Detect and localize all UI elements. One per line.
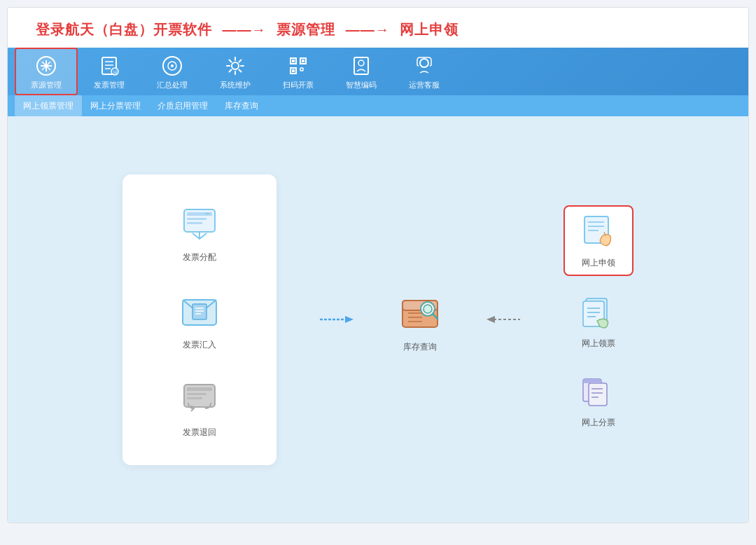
- right-column: 网上申领 网上领票: [564, 205, 634, 434]
- ticket-mgmt-icon: [35, 55, 57, 77]
- nav-item-invoice-mgmt[interactable]: 设 发票管理: [78, 48, 141, 95]
- nav-label-summary: 汇总处理: [157, 80, 188, 90]
- svg-point-48: [424, 305, 432, 313]
- nav-item-summary[interactable]: 汇总处理: [141, 48, 204, 95]
- customer-svc-icon: [413, 55, 435, 77]
- center-item-inventory[interactable]: 库存查询: [396, 287, 444, 353]
- nav-label-sys-maint: 系统维护: [220, 80, 251, 90]
- online-apply-icon: [579, 212, 618, 251]
- func-label-invoice-return: 发票退回: [183, 427, 216, 439]
- svg-marker-54: [486, 316, 495, 323]
- svg-point-26: [358, 60, 364, 66]
- svg-rect-20: [292, 69, 295, 72]
- right-item-online-split[interactable]: 网上分票: [570, 366, 626, 434]
- svg-rect-31: [187, 222, 202, 224]
- nav-label-invoice-mgmt: 发票管理: [94, 80, 125, 90]
- breadcrumb-step1: 登录航天（白盘）开票软件: [36, 22, 212, 37]
- svg-rect-30: [187, 218, 206, 220]
- svg-point-13: [171, 64, 174, 67]
- nav-label-ticket-mgmt: 票源管理: [31, 80, 62, 90]
- arrow-left: [486, 312, 522, 326]
- svg-rect-19: [302, 60, 304, 62]
- scan-invoice-icon: [287, 55, 309, 77]
- svg-rect-70: [583, 379, 601, 383]
- breadcrumb-step3: 网上申领: [400, 22, 458, 37]
- nav-label-customer-svc: 运营客服: [409, 80, 440, 90]
- svg-rect-18: [292, 60, 295, 62]
- sub-nav-item-online-ticket-mgmt[interactable]: 网上领票管理: [15, 95, 82, 116]
- right-item-online-receive[interactable]: 网上领票: [570, 287, 626, 355]
- func-label-invoice-import: 发票汇入: [183, 339, 216, 351]
- smart-code-icon: [350, 55, 372, 77]
- breadcrumb-arrow1: ——→: [223, 22, 272, 37]
- sub-nav-item-media-use-mgmt[interactable]: 介质启用管理: [149, 95, 216, 116]
- inventory-icon: [396, 287, 444, 336]
- func-label-online-apply: 网上申领: [582, 257, 615, 269]
- invoice-return-icon: [177, 376, 222, 421]
- online-split-icon: [579, 372, 618, 411]
- func-label-invoice-distribute: 发票分配: [183, 251, 216, 263]
- nav-item-customer-svc[interactable]: 运营客服: [393, 48, 456, 95]
- nav-item-scan-invoice[interactable]: 扫码开票: [267, 48, 330, 95]
- invoice-distribute-icon: [177, 201, 222, 246]
- nav-bar: 票源管理 设 发票管理: [8, 48, 748, 95]
- left-card: 发票分配 发票汇入: [122, 174, 276, 465]
- svg-marker-44: [345, 316, 354, 323]
- nav-item-ticket-mgmt[interactable]: 票源管理: [15, 48, 78, 95]
- main-content: 发票分配 发票汇入: [8, 116, 748, 523]
- breadcrumb-area: 登录航天（白盘）开票软件 ——→ 票源管理 ——→ 网上申领: [8, 8, 748, 48]
- svg-point-27: [420, 59, 428, 67]
- breadcrumb-text: 登录航天（白盘）开票软件 ——→ 票源管理 ——→ 网上申领: [36, 22, 458, 37]
- svg-rect-42: [187, 397, 202, 399]
- sub-nav-item-online-split-mgmt[interactable]: 网上分票管理: [82, 95, 149, 116]
- sys-maint-icon: [224, 55, 246, 77]
- func-item-invoice-distribute[interactable]: 发票分配: [169, 195, 230, 269]
- func-label-inventory: 库存查询: [403, 341, 437, 353]
- func-item-invoice-import[interactable]: 发票汇入: [169, 283, 230, 357]
- svg-rect-35: [192, 304, 206, 319]
- nav-label-scan-invoice: 扫码开票: [283, 80, 314, 90]
- right-item-online-apply[interactable]: 网上申领: [564, 205, 634, 276]
- nav-item-smart-code[interactable]: 智慧编码: [330, 48, 393, 95]
- breadcrumb-step2: 票源管理: [276, 22, 335, 37]
- online-receive-icon: [579, 293, 618, 332]
- svg-rect-40: [187, 387, 212, 391]
- invoice-import-icon: [177, 289, 222, 333]
- svg-rect-41: [187, 393, 206, 395]
- arrow-right: [318, 312, 354, 326]
- svg-rect-66: [589, 383, 607, 406]
- func-label-online-split: 网上分票: [582, 417, 615, 429]
- sub-nav: 网上领票管理 网上分票管理 介质启用管理 库存查询: [8, 95, 748, 116]
- svg-text:设: 设: [113, 70, 118, 75]
- nav-item-sys-maint[interactable]: 系统维护: [204, 48, 267, 95]
- func-label-online-receive: 网上领票: [582, 338, 615, 350]
- invoice-mgmt-icon: 设: [98, 55, 120, 77]
- func-item-invoice-return[interactable]: 发票退回: [169, 371, 230, 444]
- breadcrumb-arrow2: ——→: [346, 22, 395, 37]
- summary-icon: [161, 55, 183, 77]
- nav-label-smart-code: 智慧编码: [346, 80, 377, 90]
- svg-point-14: [232, 62, 239, 69]
- page-wrapper: 登录航天（白盘）开票软件 ——→ 票源管理 ——→ 网上申领 票源管理: [7, 7, 749, 523]
- sub-nav-item-inventory-query[interactable]: 库存查询: [216, 95, 267, 116]
